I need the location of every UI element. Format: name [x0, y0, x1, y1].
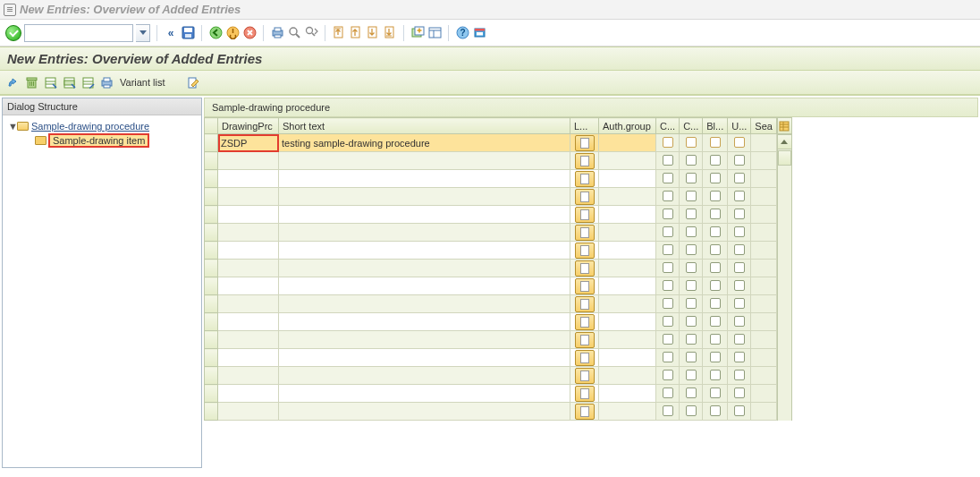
cancel-icon[interactable]	[242, 26, 257, 40]
cell-drawingprc[interactable]	[218, 206, 279, 224]
checkbox[interactable]	[710, 173, 721, 183]
checkbox[interactable]	[663, 298, 673, 309]
cell-c1[interactable]	[656, 403, 680, 421]
cell-short-text[interactable]	[279, 224, 570, 242]
table-row[interactable]	[205, 170, 777, 188]
checkbox[interactable]	[663, 209, 673, 219]
document-icon[interactable]	[575, 260, 595, 277]
cell-long-text-btn[interactable]	[570, 331, 599, 349]
cell-short-text[interactable]	[279, 295, 570, 313]
cell-c1[interactable]	[656, 224, 680, 242]
cell-c1[interactable]	[656, 277, 680, 295]
cell-bl[interactable]	[703, 188, 728, 206]
document-icon[interactable]	[575, 171, 595, 187]
document-icon[interactable]	[575, 243, 595, 259]
cell-drawingprc[interactable]	[218, 242, 279, 260]
cell-sea[interactable]	[751, 170, 777, 188]
col-sea[interactable]: Sea	[751, 118, 777, 134]
cell-short-text[interactable]	[279, 403, 570, 421]
cell-short-text[interactable]	[279, 313, 570, 331]
table-row[interactable]	[205, 349, 777, 367]
cell-sea[interactable]	[751, 206, 777, 224]
col-long-text[interactable]: L...	[570, 118, 599, 134]
cell-bl[interactable]	[703, 295, 728, 313]
cell-long-text-btn[interactable]	[570, 134, 599, 152]
cell-u[interactable]	[728, 188, 751, 206]
select-all-icon[interactable]	[43, 75, 57, 89]
cell-u[interactable]	[728, 260, 751, 277]
checkbox[interactable]	[710, 226, 721, 237]
checkbox[interactable]	[734, 280, 745, 291]
cell-auth-group[interactable]	[599, 242, 656, 260]
exit-icon[interactable]	[225, 26, 240, 40]
print2-icon[interactable]	[99, 75, 114, 89]
select-block-icon[interactable]	[62, 75, 76, 89]
table-row[interactable]	[205, 152, 777, 170]
cell-drawingprc[interactable]	[218, 188, 279, 206]
col-u[interactable]: U...	[728, 118, 751, 134]
checkbox[interactable]	[686, 405, 697, 416]
cell-c1[interactable]	[656, 313, 680, 331]
next-page-icon[interactable]	[366, 26, 380, 40]
tree-expand-icon[interactable]: ▼	[8, 121, 17, 132]
cell-short-text[interactable]	[279, 385, 570, 403]
checkbox[interactable]	[663, 155, 673, 166]
checkbox[interactable]	[663, 370, 673, 380]
checkbox[interactable]	[663, 316, 673, 327]
checkbox[interactable]	[734, 370, 745, 380]
cell-long-text-btn[interactable]	[570, 349, 599, 367]
cell-short-text[interactable]: testing sample-drawing procedure	[279, 134, 570, 152]
checkbox[interactable]	[710, 191, 721, 201]
col-drawingprc[interactable]: DrawingPrc	[218, 118, 279, 134]
cell-auth-group[interactable]	[599, 313, 656, 331]
checkbox[interactable]	[663, 388, 673, 398]
scroll-thumb[interactable]	[778, 150, 791, 166]
cell-c2[interactable]	[680, 385, 703, 403]
checkbox[interactable]	[686, 244, 697, 255]
checkbox[interactable]	[663, 405, 673, 416]
cell-auth-group[interactable]	[599, 206, 656, 224]
cell-auth-group[interactable]	[599, 188, 656, 206]
cell-long-text-btn[interactable]	[570, 295, 599, 313]
cell-c2[interactable]	[680, 206, 703, 224]
checkbox[interactable]	[710, 352, 721, 362]
cell-c1[interactable]	[656, 295, 680, 313]
checkbox[interactable]	[734, 244, 745, 255]
cell-auth-group[interactable]	[599, 295, 656, 313]
cell-c2[interactable]	[680, 403, 703, 421]
checkbox[interactable]	[663, 262, 673, 273]
cell-short-text[interactable]	[279, 260, 570, 277]
col-short-text[interactable]: Short text	[279, 118, 570, 134]
checkbox[interactable]	[710, 316, 721, 327]
variant-list-label[interactable]: Variant list	[120, 77, 165, 88]
cell-sea[interactable]	[751, 242, 777, 260]
scroll-up-icon[interactable]	[777, 134, 792, 149]
checkbox[interactable]	[686, 137, 697, 148]
table-row[interactable]: ZSDPtesting sample-drawing procedure	[205, 134, 777, 152]
checkbox[interactable]	[734, 137, 745, 148]
enter-button[interactable]	[5, 25, 21, 41]
row-selector[interactable]	[205, 295, 218, 313]
cell-short-text[interactable]	[279, 152, 570, 170]
cell-drawingprc[interactable]	[218, 152, 279, 170]
cell-u[interactable]	[728, 206, 751, 224]
cell-drawingprc[interactable]	[218, 367, 279, 385]
cell-c1[interactable]	[656, 331, 680, 349]
cell-u[interactable]	[728, 224, 751, 242]
cell-c1[interactable]	[656, 367, 680, 385]
first-page-icon[interactable]	[332, 26, 346, 40]
cell-u[interactable]	[728, 170, 751, 188]
checkbox[interactable]	[734, 173, 745, 183]
checkbox[interactable]	[686, 226, 697, 237]
cell-bl[interactable]	[703, 277, 728, 295]
cell-c2[interactable]	[680, 260, 703, 277]
checkbox[interactable]	[710, 209, 721, 219]
cell-sea[interactable]	[751, 224, 777, 242]
cell-auth-group[interactable]	[599, 385, 656, 403]
cell-bl[interactable]	[703, 260, 728, 277]
tree-node-child[interactable]: Sample-drawing item	[35, 133, 196, 148]
checkbox[interactable]	[686, 370, 697, 380]
cell-c1[interactable]	[656, 349, 680, 367]
table-row[interactable]	[205, 367, 777, 385]
row-selector[interactable]	[205, 277, 218, 295]
